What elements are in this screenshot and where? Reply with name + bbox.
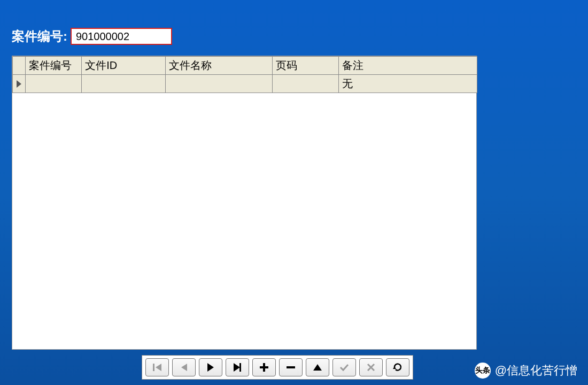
col-remark[interactable]: 备注 bbox=[339, 57, 477, 75]
nav-delete-button[interactable] bbox=[279, 358, 303, 376]
cell-page[interactable] bbox=[273, 75, 339, 93]
plus-icon bbox=[260, 363, 268, 372]
col-page[interactable]: 页码 bbox=[273, 57, 339, 75]
cell-remark[interactable]: 无 bbox=[339, 75, 477, 93]
nav-save-button[interactable] bbox=[332, 358, 356, 376]
svg-marker-2 bbox=[181, 364, 187, 371]
cell-file-id[interactable] bbox=[82, 75, 165, 93]
svg-marker-1 bbox=[156, 364, 161, 371]
last-record-icon bbox=[234, 363, 241, 372]
cell-case-number[interactable] bbox=[26, 75, 82, 93]
next-record-icon bbox=[207, 363, 214, 372]
col-file-name[interactable]: 文件名称 bbox=[165, 57, 272, 75]
cell-file-name[interactable] bbox=[165, 75, 272, 93]
nav-prev-button[interactable] bbox=[172, 358, 196, 376]
col-file-id[interactable]: 文件ID bbox=[82, 57, 165, 75]
case-number-input[interactable] bbox=[71, 28, 172, 45]
row-indicator-cell bbox=[13, 75, 26, 93]
current-row-indicator-icon bbox=[17, 80, 21, 88]
row-indicator-header bbox=[13, 57, 26, 75]
case-number-row: 案件编号: bbox=[12, 28, 576, 45]
cancel-icon bbox=[367, 363, 375, 372]
nav-next-button[interactable] bbox=[199, 358, 222, 376]
nav-edit-button[interactable] bbox=[306, 358, 329, 376]
db-navigator-toolbar bbox=[142, 355, 413, 380]
nav-add-button[interactable] bbox=[252, 358, 276, 376]
svg-marker-5 bbox=[393, 366, 396, 369]
data-grid-container: 案件编号 文件ID 文件名称 页码 备注 无 bbox=[12, 56, 477, 350]
nav-first-button[interactable] bbox=[145, 358, 169, 376]
watermark-author: @信息化苦行憎 bbox=[495, 363, 577, 379]
table-row[interactable]: 无 bbox=[13, 75, 477, 93]
case-number-label: 案件编号: bbox=[12, 28, 67, 45]
minus-icon bbox=[287, 366, 295, 368]
watermark: 头条 @信息化苦行憎 bbox=[475, 363, 577, 379]
nav-cancel-button[interactable] bbox=[359, 358, 383, 376]
edit-icon bbox=[313, 364, 322, 371]
prev-record-icon bbox=[180, 363, 188, 372]
nav-last-button[interactable] bbox=[226, 358, 249, 376]
platform-logo-icon: 头条 bbox=[475, 363, 491, 379]
table-header-row: 案件编号 文件ID 文件名称 页码 备注 bbox=[13, 57, 477, 75]
col-case-number[interactable]: 案件编号 bbox=[26, 57, 82, 75]
checkmark-icon bbox=[339, 363, 350, 372]
first-record-icon bbox=[152, 363, 163, 372]
refresh-icon bbox=[393, 363, 403, 372]
data-grid[interactable]: 案件编号 文件ID 文件名称 页码 备注 无 bbox=[12, 56, 477, 93]
svg-rect-0 bbox=[153, 364, 154, 371]
nav-refresh-button[interactable] bbox=[386, 358, 409, 376]
